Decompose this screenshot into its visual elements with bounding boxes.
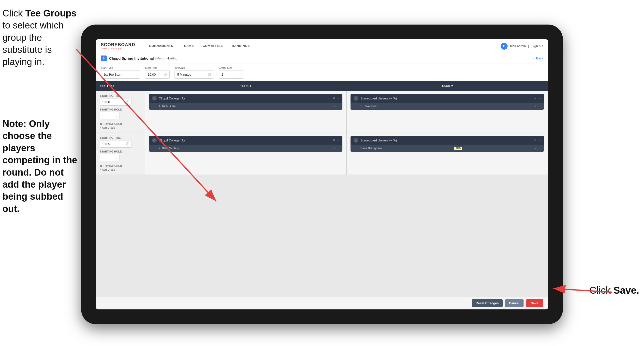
group-size-label: Group Size	[219, 66, 243, 69]
nav-committee[interactable]: COMMITTEE	[198, 39, 227, 53]
starting-time-input-2[interactable]: 10:05 🕐	[100, 140, 132, 148]
team1-expand-icon-2[interactable]: ⌄	[337, 138, 340, 142]
team2-col-1: ◎ Scoreboard University (A) ✕ ⌄ 1. Rees …	[346, 91, 548, 133]
team1-col-2: ◎ Clippd College (A) ✕ ⌄ 2. Blair McHarg…	[145, 133, 346, 175]
nav-rankings[interactable]: RANKINGS	[227, 39, 254, 53]
save-button[interactable]: Save	[526, 299, 543, 307]
player-name-1-2: 2. Blair McHarg	[159, 147, 179, 150]
player-close-2-2[interactable]: ✕	[534, 147, 537, 150]
group-row-1: STARTING TIME: 10:00 🕐 STARTING HOLE: 1 …	[96, 91, 548, 133]
start-time-input[interactable]: 10:00 🕐	[145, 70, 170, 79]
remove-group-label-2: Remove Group	[104, 164, 122, 167]
remove-group-label-1: Remove Group	[104, 122, 122, 125]
group-row-2: STARTING TIME: 10:05 🕐 STARTING HOLE: 1 …	[96, 133, 548, 175]
team2-expand-icon-2[interactable]: ⌄	[538, 138, 541, 142]
team1-close-icon-2[interactable]: ✕	[332, 138, 335, 142]
team2-icon-1: ◎	[354, 96, 358, 101]
team1-actions-1: ✕ ⌄	[332, 96, 340, 100]
player-expand-1-2[interactable]: ⌄	[337, 147, 340, 150]
player-close-2-1[interactable]: ✕	[534, 105, 537, 108]
sign-out-link[interactable]: Sign out	[532, 44, 543, 48]
player-row-2-1: 1. Rees Britt ✕ ⌄	[350, 103, 544, 110]
hole-value-2: 1	[102, 156, 104, 160]
nav-tournaments[interactable]: TOURNAMENTS	[142, 39, 178, 53]
instruction-top-bold: Tee Groups	[25, 8, 76, 18]
team1-icon-2: ◎	[152, 138, 157, 143]
table-header: Tee Time Team 1 Team 2	[96, 81, 548, 91]
starting-time-value-1: 10:00	[102, 100, 110, 104]
player-name-1-1: 1. Rich Butler	[159, 105, 176, 108]
sub-badge-2-2: SUB	[454, 147, 462, 150]
team2-close-icon-1[interactable]: ✕	[534, 96, 536, 100]
start-time-label: Start Time	[145, 66, 170, 69]
add-group-label-2: + Add Group	[100, 168, 115, 171]
starting-time-input-1[interactable]: 10:00 🕐	[100, 98, 132, 106]
th-team1: Team 1	[145, 81, 346, 91]
player-actions-1-2: ✕ ⌄	[333, 147, 340, 150]
player-actions-1-1: ✕ ⌄	[333, 105, 340, 108]
add-group-label-1: + Add Group	[100, 126, 115, 129]
start-type-arrow: ⌄	[135, 73, 138, 76]
player-name-2-1: 1. Rees Britt	[360, 105, 376, 108]
group-size-arrow: ⌄	[238, 73, 241, 76]
team1-card-1: ◎ Clippd College (A) ✕ ⌄ 1. Rich Butler …	[149, 94, 342, 110]
intervals-input[interactable]: 5 Minutes 🕐	[174, 70, 214, 79]
player-expand-1-1[interactable]: ⌄	[337, 105, 340, 108]
pipe-separator: |	[528, 44, 529, 48]
start-type-input[interactable]: 1st Tee Start ⌄	[101, 70, 140, 79]
instruction-top-rest: to select which group the substitute is …	[2, 20, 64, 67]
team1-col-1: ◎ Clippd College (A) ✕ ⌄ 1. Rich Butler …	[145, 91, 346, 133]
team2-name-1: Scoreboard University (A)	[360, 96, 532, 100]
th-tee-time: Tee Time	[96, 81, 145, 91]
starting-time-label-1: STARTING TIME:	[100, 94, 141, 97]
team2-icon-2: ◎	[354, 138, 358, 143]
team2-expand-icon-1[interactable]: ⌄	[538, 96, 541, 100]
team2-card-2: ◎ Scoreboard University (A) ✕ ⌄ Dave Bil…	[350, 136, 544, 152]
remove-group-btn-1[interactable]: 🗑 Remove Group	[100, 122, 141, 125]
back-link[interactable]: < Back	[534, 56, 543, 60]
team2-actions-1: ✕ ⌄	[534, 96, 541, 100]
player-actions-2-2: ✕ ⌄	[534, 147, 541, 150]
player-row-1-2: 2. Blair McHarg ✕ ⌄	[149, 145, 342, 152]
tournament-title: Clippd Spring Invitational	[109, 56, 154, 60]
footer: Reset Changes Cancel Save	[96, 297, 548, 310]
logo-sub: Powered by clippd	[101, 47, 135, 50]
player-expand-2-1[interactable]: ⌄	[539, 105, 541, 108]
player-close-1-2[interactable]: ✕	[333, 147, 335, 150]
hole-input-1[interactable]: 1 ⌄	[100, 112, 120, 119]
cancel-button[interactable]: Cancel	[505, 299, 524, 307]
tablet-device: SCOREBOARD Powered by clippd TOURNAMENTS…	[81, 24, 563, 324]
add-group-btn-1[interactable]: + Add Group	[100, 126, 141, 129]
team2-name-2: Scoreboard University (A)	[360, 138, 532, 142]
team1-actions-2: ✕ ⌄	[332, 138, 340, 142]
group-size-input[interactable]: 2 ⌄	[219, 70, 243, 79]
logo: SCOREBOARD Powered by clippd	[101, 42, 135, 50]
team1-close-icon-1[interactable]: ✕	[332, 96, 335, 100]
intervals-field: Intervals 5 Minutes 🕐	[174, 66, 214, 79]
start-type-label: Start Type	[101, 66, 140, 69]
start-type-field: Start Type 1st Tee Start ⌄	[101, 66, 140, 79]
group-size-value: 2	[222, 73, 223, 76]
logo-text: SCOREBOARD	[101, 42, 135, 47]
reset-changes-button[interactable]: Reset Changes	[472, 299, 503, 307]
instruction-note-bold: Note:	[2, 119, 29, 129]
remove-group-btn-2[interactable]: 🗑 Remove Group	[100, 164, 141, 167]
team2-col-2: ◎ Scoreboard University (A) ✕ ⌄ Dave Bil…	[346, 133, 548, 175]
player-close-1-1[interactable]: ✕	[333, 105, 335, 108]
team2-header-1: ◎ Scoreboard University (A) ✕ ⌄	[350, 94, 544, 103]
hole-input-2[interactable]: 1 ⌄	[100, 154, 120, 161]
th-team2: Team 2	[346, 81, 548, 91]
nav-teams[interactable]: TEAMS	[178, 39, 198, 53]
intervals-clock-icon: 🕐	[208, 73, 211, 76]
starting-time-value-2: 10:05	[102, 142, 110, 146]
remove-icon-1: 🗑	[100, 122, 102, 125]
hole-arrow-2: ⌄	[115, 156, 117, 159]
instruction-middle-bold: Only choose the players competing in the…	[2, 119, 77, 214]
player-expand-2-2[interactable]: ⌄	[539, 147, 541, 150]
click-save-text: Click	[590, 285, 614, 296]
group-size-field: Group Size 2 ⌄	[219, 66, 243, 79]
team2-close-icon-2[interactable]: ✕	[534, 138, 536, 142]
remove-icon-2: 🗑	[100, 164, 102, 167]
team1-expand-icon-1[interactable]: ⌄	[337, 96, 340, 100]
add-group-btn-2[interactable]: + Add Group	[100, 168, 141, 171]
